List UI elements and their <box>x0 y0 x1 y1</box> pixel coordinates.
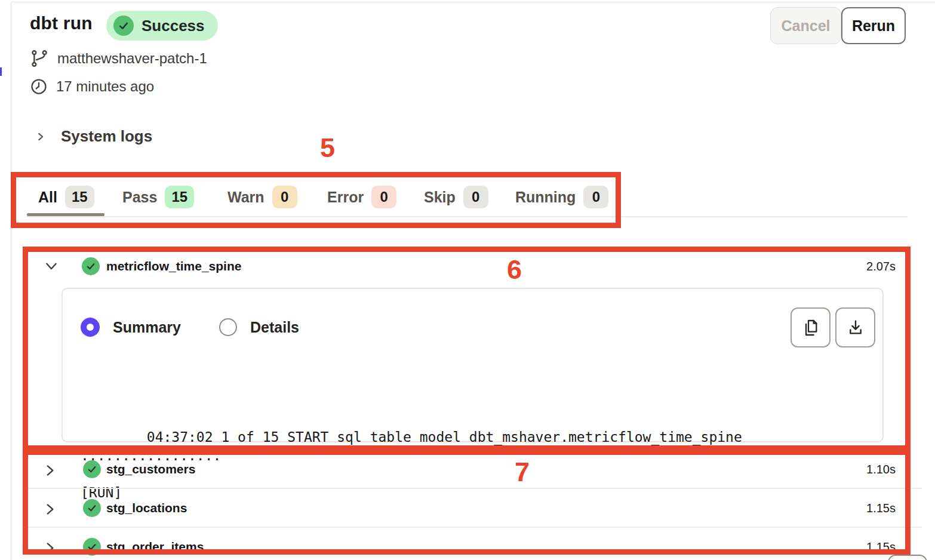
row-divider <box>27 527 922 528</box>
tab-running[interactable]: Running 0 <box>515 186 608 208</box>
log-line-text: 04:37:02 1 of 15 START sql table model d… <box>81 429 751 463</box>
summary-radio-option[interactable]: Summary <box>81 318 181 337</box>
copy-icon <box>801 318 820 337</box>
edge-cursor-tick <box>0 67 2 76</box>
tab-error-count-badge: 0 <box>371 186 396 208</box>
tab-running-count-badge: 0 <box>583 186 608 208</box>
model-success-check-icon <box>83 499 101 517</box>
copy-logs-button[interactable] <box>791 307 831 347</box>
tab-error-label: Error <box>327 189 364 206</box>
model-name[interactable]: metricflow_time_spine <box>106 259 241 273</box>
expand-chevron-right-icon[interactable] <box>45 463 56 478</box>
annotation-number-5: 5 <box>320 133 335 164</box>
model-success-check-icon <box>82 257 100 275</box>
success-check-icon <box>113 16 134 36</box>
clock-icon <box>30 78 48 96</box>
tab-warn-label: Warn <box>227 189 264 206</box>
model-duration: 1.15s <box>866 540 896 554</box>
tab-all[interactable]: All 15 <box>38 186 94 208</box>
expand-chevron-right-icon[interactable] <box>45 540 56 556</box>
model-name[interactable]: stg_customers <box>106 462 195 476</box>
tabs-bottom-border <box>27 216 908 217</box>
time-row: 17 minutes ago <box>30 78 154 96</box>
log-output: 04:37:02 1 of 15 START sql table model d… <box>81 373 869 560</box>
download-logs-button[interactable] <box>835 307 875 347</box>
radio-unselected-icon <box>219 318 237 336</box>
tab-all-label: All <box>38 189 57 206</box>
row-divider <box>27 488 922 489</box>
details-radio-option[interactable]: Details <box>219 318 299 336</box>
download-icon <box>846 318 865 337</box>
git-branch-icon <box>30 49 49 68</box>
system-logs-toggle[interactable]: System logs <box>34 127 152 146</box>
bottom-partial-button[interactable] <box>888 555 927 560</box>
page-title: dbt run <box>30 13 93 33</box>
model-duration: 1.10s <box>866 463 896 476</box>
model-success-check-icon <box>83 460 101 478</box>
cancel-button[interactable]: Cancel <box>770 7 841 44</box>
dbt-run-detail-page: dbt run Success matthewshaver-patch-1 17… <box>0 0 935 560</box>
model-duration: 2.07s <box>866 260 896 273</box>
tab-error[interactable]: Error 0 <box>327 186 396 208</box>
model-duration: 1.15s <box>866 501 896 515</box>
expand-chevron-right-icon[interactable] <box>45 501 56 517</box>
rerun-button[interactable]: Rerun <box>841 7 906 44</box>
tab-pass[interactable]: Pass 15 <box>122 186 194 208</box>
model-name[interactable]: stg_locations <box>106 501 187 515</box>
tab-pass-count-badge: 15 <box>165 186 194 208</box>
run-time-ago: 17 minutes ago <box>56 78 154 95</box>
card-left-border <box>11 2 11 560</box>
details-radio-label: Details <box>250 319 299 336</box>
log-line: 04:37:02 1 of 15 START sql table model d… <box>81 410 869 539</box>
branch-name: matthewshaver-patch-1 <box>57 50 207 67</box>
summary-radio-label: Summary <box>113 319 181 336</box>
annotation-number-6: 6 <box>507 254 522 285</box>
model-name[interactable]: stg_order_items <box>106 540 204 554</box>
tab-warn-count-badge: 0 <box>272 186 297 208</box>
card-top-border <box>11 2 935 2</box>
log-line-continuation: [RUN] <box>81 484 869 502</box>
model-success-check-icon <box>83 538 101 556</box>
radio-selected-icon <box>81 318 100 337</box>
branch-row: matthewshaver-patch-1 <box>30 49 207 68</box>
collapse-chevron-down-icon[interactable] <box>44 261 59 272</box>
chevron-right-icon <box>34 128 47 145</box>
system-logs-label: System logs <box>61 127 152 146</box>
tab-running-label: Running <box>515 189 576 206</box>
tab-pass-label: Pass <box>122 189 157 206</box>
tab-all-count-badge: 15 <box>65 186 94 208</box>
tab-warn[interactable]: Warn 0 <box>227 186 297 208</box>
status-badge: Success <box>106 11 218 41</box>
tab-skip-label: Skip <box>424 189 456 206</box>
model-log-panel: Summary Details 04:37:02 1 of 15 START s… <box>61 288 884 442</box>
annotation-number-7: 7 <box>515 457 530 488</box>
status-badge-label: Success <box>142 17 205 35</box>
tab-skip[interactable]: Skip 0 <box>424 186 488 208</box>
tab-skip-count-badge: 0 <box>463 186 488 208</box>
